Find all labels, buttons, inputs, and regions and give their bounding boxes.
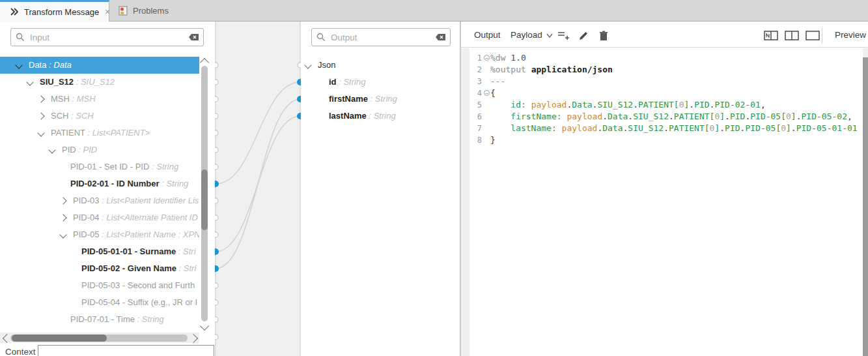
field-type: : String	[135, 314, 164, 324]
tree-row[interactable]: PID-05-04 - Suffix (e.g., JR or I	[0, 294, 199, 311]
code-text: {	[490, 87, 496, 99]
chevron-right-icon[interactable]	[59, 197, 66, 204]
output-search-box	[311, 28, 451, 46]
clear-search-icon[interactable]	[435, 33, 446, 41]
code-text: ---	[490, 76, 505, 87]
port-circle[interactable]	[215, 215, 218, 220]
tree-row[interactable]: Data : Data	[0, 57, 199, 74]
tree-row[interactable]: SCH : SCH	[0, 108, 199, 125]
tree-row[interactable]: PID-03 : List<Patient Identifier Lis	[0, 192, 199, 209]
port-circle[interactable]	[215, 147, 218, 153]
tree-row[interactable]: PID-07-01 - Time : String	[0, 311, 199, 328]
line-number: 3	[469, 76, 482, 87]
tree-row[interactable]: PID-05 : List<Patient Name : XPN>	[0, 226, 199, 243]
code-line: 8}	[461, 134, 863, 146]
fold-collapse-icon[interactable]: −	[484, 55, 490, 61]
field-type: : Stri	[176, 246, 195, 256]
code-text: %dw 1.0	[490, 52, 526, 64]
input-search-box	[10, 28, 204, 46]
field-name: lastName	[329, 111, 367, 121]
field-name: PID-05-03 - Second and Furth	[81, 280, 195, 290]
mapped-port-dot[interactable]	[215, 265, 219, 272]
chevron-down-icon[interactable]	[37, 129, 44, 136]
dataweave-code-editor[interactable]: 1−%dw 1.02%output application/json3---4−…	[461, 48, 868, 356]
add-target-icon[interactable]	[557, 31, 569, 41]
tree-row[interactable]: PID-04 : List<Alternate Patient ID	[0, 209, 199, 226]
tree-row[interactable]: MSH : MSH	[0, 91, 199, 108]
search-icon	[316, 33, 326, 42]
dataweave-editor-panel: Output Payload Previ	[461, 22, 868, 356]
tree-row[interactable]: PID : PID	[0, 141, 199, 158]
editor-toolbar: Output Payload Previ	[461, 25, 868, 48]
tree-row[interactable]: PID-05-02 - Given Name : Stri	[0, 260, 199, 277]
mapping-line[interactable]	[216, 116, 300, 252]
chevron-down-icon[interactable]	[26, 78, 33, 85]
port-circle[interactable]	[215, 317, 218, 322]
field-name: PID	[62, 145, 76, 155]
port-circle[interactable]	[215, 300, 218, 305]
chevron-down-icon[interactable]	[59, 231, 66, 238]
tree-row[interactable]: lastName : String	[301, 108, 460, 125]
preview-button[interactable]: Preview	[835, 30, 866, 40]
delete-icon[interactable]	[599, 31, 611, 41]
chevron-right-icon[interactable]	[37, 95, 44, 102]
scrollbar-thumb[interactable]	[201, 170, 208, 230]
tree-row[interactable]: PATIENT : List<PATIENT>	[0, 125, 199, 141]
port-circle[interactable]	[215, 164, 218, 170]
fold-collapse-icon[interactable]: −	[484, 90, 490, 96]
tree-row[interactable]: PID-05-03 - Second and Furth	[0, 277, 199, 294]
field-name: SIU_S12	[40, 77, 74, 87]
chevron-down-icon[interactable]	[546, 33, 558, 44]
field-name: PID-02-01 - ID Number	[70, 179, 160, 188]
input-tree-vertical-scrollbar[interactable]	[199, 57, 210, 331]
tree-row[interactable]: SIU_S12 : SIU_S12	[0, 74, 199, 91]
scrollbar-thumb[interactable]	[12, 334, 107, 342]
input-search-field[interactable]	[29, 32, 188, 43]
tree-row[interactable]: PID-02-01 - ID Number : String	[0, 175, 199, 192]
input-panel: Data : DataSIU_S12 : SIU_S12MSH : MSHSCH…	[0, 22, 215, 356]
tree-row[interactable]: id : String	[301, 74, 460, 91]
field-name: firstName	[329, 94, 368, 104]
port-circle[interactable]	[215, 198, 218, 203]
tab-transform-message[interactable]: Transform Message ×	[0, 0, 109, 22]
field-type: : Stri	[176, 263, 196, 273]
layout-single-view-icon[interactable]	[805, 31, 817, 41]
port-circle[interactable]	[215, 232, 218, 237]
chevron-right-icon[interactable]	[59, 214, 66, 221]
field-name: Json	[318, 60, 335, 70]
clear-search-icon[interactable]	[188, 33, 199, 41]
layout-tree-view-icon[interactable]	[764, 31, 776, 41]
layout-split-view-icon[interactable]	[785, 31, 796, 41]
tree-row[interactable]: firstName : String	[301, 91, 460, 108]
mapped-port-dot[interactable]	[215, 248, 219, 255]
scrollbar-thumb[interactable]	[863, 57, 868, 356]
tree-row[interactable]: PID-05-01-01 - Surname : Stri	[0, 243, 199, 260]
chevron-down-icon[interactable]	[15, 61, 22, 68]
editor-vertical-scrollbar[interactable]	[863, 48, 868, 356]
scroll-right-icon[interactable]	[189, 334, 198, 343]
tree-row[interactable]: PID-01 - Set ID - PID : String	[0, 158, 199, 175]
port-circle[interactable]	[215, 96, 218, 102]
mapping-line[interactable]	[216, 82, 300, 184]
port-circle[interactable]	[215, 130, 218, 136]
code-text: id: payload.Data.SIU_S12.PATIENT[0].PID.…	[490, 99, 766, 111]
edit-icon[interactable]	[578, 31, 590, 41]
context-input[interactable]	[38, 345, 214, 356]
input-tree-horizontal-scrollbar[interactable]	[0, 333, 199, 343]
port-circle[interactable]	[215, 283, 218, 288]
port-circle[interactable]	[215, 334, 218, 340]
tab-problems[interactable]: Problems	[109, 0, 172, 21]
tree-row[interactable]: Json	[301, 57, 460, 74]
scroll-down-icon[interactable]	[200, 321, 209, 331]
output-search-field[interactable]	[329, 32, 435, 43]
field-name: PID-01 - Set ID - PID	[70, 162, 149, 171]
payload-dropdown[interactable]: Payload	[511, 30, 542, 40]
field-type: : MSH	[70, 94, 96, 104]
chevron-down-icon[interactable]	[304, 61, 311, 68]
chevron-right-icon[interactable]	[37, 112, 44, 119]
port-circle[interactable]	[215, 80, 218, 85]
port-circle[interactable]	[215, 63, 218, 68]
port-circle[interactable]	[215, 113, 218, 119]
chevron-down-icon[interactable]	[48, 146, 55, 153]
mapped-port-dot[interactable]	[215, 181, 219, 187]
